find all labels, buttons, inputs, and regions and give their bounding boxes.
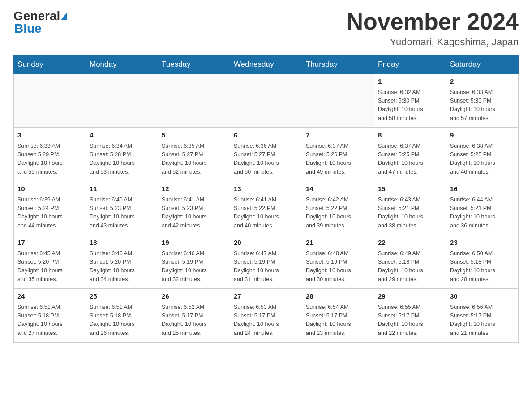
- month-title: November 2024: [347, 9, 519, 34]
- weekday-header-thursday: Thursday: [302, 56, 374, 74]
- calendar-cell: 2Sunrise: 6:33 AM Sunset: 5:30 PM Daylig…: [446, 74, 519, 128]
- day-info: Sunrise: 6:43 AM Sunset: 5:21 PM Dayligh…: [378, 196, 442, 231]
- day-info: Sunrise: 6:51 AM Sunset: 5:18 PM Dayligh…: [17, 303, 82, 338]
- day-number: 23: [450, 238, 515, 248]
- day-number: 16: [450, 184, 515, 194]
- calendar-cell: 26Sunrise: 6:52 AM Sunset: 5:17 PM Dayli…: [158, 289, 230, 342]
- calendar-cell: 4Sunrise: 6:34 AM Sunset: 5:28 PM Daylig…: [86, 128, 158, 181]
- day-info: Sunrise: 6:37 AM Sunset: 5:26 PM Dayligh…: [306, 142, 370, 177]
- day-info: Sunrise: 6:34 AM Sunset: 5:28 PM Dayligh…: [90, 142, 154, 177]
- calendar-cell: 17Sunrise: 6:45 AM Sunset: 5:20 PM Dayli…: [14, 235, 86, 289]
- calendar-cell: 25Sunrise: 6:51 AM Sunset: 5:18 PM Dayli…: [86, 289, 158, 342]
- day-number: 28: [306, 291, 370, 302]
- logo-area: General Blue: [13, 9, 68, 36]
- calendar-cell: 29Sunrise: 6:55 AM Sunset: 5:17 PM Dayli…: [374, 289, 446, 342]
- day-number: 20: [234, 238, 298, 248]
- day-info: Sunrise: 6:48 AM Sunset: 5:19 PM Dayligh…: [306, 249, 370, 284]
- calendar-cell: [86, 74, 158, 128]
- day-info: Sunrise: 6:35 AM Sunset: 5:27 PM Dayligh…: [162, 142, 226, 177]
- day-number: 17: [17, 238, 82, 248]
- calendar-header: SundayMondayTuesdayWednesdayThursdayFrid…: [14, 56, 519, 74]
- calendar-cell: 12Sunrise: 6:41 AM Sunset: 5:23 PM Dayli…: [158, 181, 230, 235]
- day-number: 7: [306, 130, 370, 141]
- calendar-cell: 19Sunrise: 6:46 AM Sunset: 5:19 PM Dayli…: [158, 235, 230, 289]
- day-number: 9: [450, 130, 515, 141]
- weekday-header-tuesday: Tuesday: [158, 56, 230, 74]
- weekday-header-wednesday: Wednesday: [230, 56, 302, 74]
- calendar-cell: 16Sunrise: 6:44 AM Sunset: 5:21 PM Dayli…: [446, 181, 519, 235]
- calendar-cell: 23Sunrise: 6:50 AM Sunset: 5:18 PM Dayli…: [446, 235, 519, 289]
- day-number: 13: [234, 184, 298, 194]
- calendar-cell: 15Sunrise: 6:43 AM Sunset: 5:21 PM Dayli…: [374, 181, 446, 235]
- calendar-cell: 5Sunrise: 6:35 AM Sunset: 5:27 PM Daylig…: [158, 128, 230, 181]
- calendar-cell: 22Sunrise: 6:49 AM Sunset: 5:18 PM Dayli…: [374, 235, 446, 289]
- calendar-cell: 13Sunrise: 6:41 AM Sunset: 5:22 PM Dayli…: [230, 181, 302, 235]
- calendar-cell: 3Sunrise: 6:33 AM Sunset: 5:29 PM Daylig…: [14, 128, 86, 181]
- day-info: Sunrise: 6:42 AM Sunset: 5:22 PM Dayligh…: [306, 196, 370, 231]
- day-number: 10: [17, 184, 82, 194]
- day-info: Sunrise: 6:44 AM Sunset: 5:21 PM Dayligh…: [450, 196, 515, 231]
- day-info: Sunrise: 6:50 AM Sunset: 5:18 PM Dayligh…: [450, 249, 515, 284]
- weekday-header-saturday: Saturday: [446, 56, 519, 74]
- calendar-table: SundayMondayTuesdayWednesdayThursdayFrid…: [13, 55, 519, 342]
- day-number: 29: [378, 291, 442, 302]
- calendar-week-row: 17Sunrise: 6:45 AM Sunset: 5:20 PM Dayli…: [14, 235, 519, 289]
- day-number: 5: [162, 130, 226, 141]
- calendar-week-row: 3Sunrise: 6:33 AM Sunset: 5:29 PM Daylig…: [14, 128, 519, 181]
- day-info: Sunrise: 6:51 AM Sunset: 5:18 PM Dayligh…: [90, 303, 154, 338]
- calendar-cell: 20Sunrise: 6:47 AM Sunset: 5:19 PM Dayli…: [230, 235, 302, 289]
- calendar-cell: [230, 74, 302, 128]
- calendar-cell: [158, 74, 230, 128]
- day-number: 4: [90, 130, 154, 141]
- day-info: Sunrise: 6:40 AM Sunset: 5:23 PM Dayligh…: [90, 196, 154, 231]
- page-header: General Blue November 2024 Yudomari, Kag…: [13, 9, 519, 48]
- logo-blue-text: Blue: [14, 21, 42, 35]
- title-area: November 2024 Yudomari, Kagoshima, Japan: [347, 9, 519, 48]
- day-info: Sunrise: 6:39 AM Sunset: 5:24 PM Dayligh…: [17, 196, 82, 231]
- calendar-cell: 6Sunrise: 6:36 AM Sunset: 5:27 PM Daylig…: [230, 128, 302, 181]
- calendar-cell: 28Sunrise: 6:54 AM Sunset: 5:17 PM Dayli…: [302, 289, 374, 342]
- calendar-cell: 8Sunrise: 6:37 AM Sunset: 5:25 PM Daylig…: [374, 128, 446, 181]
- day-number: 30: [450, 291, 515, 302]
- day-number: 26: [162, 291, 226, 302]
- location-text: Yudomari, Kagoshima, Japan: [347, 36, 519, 48]
- day-info: Sunrise: 6:47 AM Sunset: 5:19 PM Dayligh…: [234, 249, 298, 284]
- weekday-header-sunday: Sunday: [14, 56, 86, 74]
- day-info: Sunrise: 6:36 AM Sunset: 5:27 PM Dayligh…: [234, 142, 298, 177]
- calendar-cell: 7Sunrise: 6:37 AM Sunset: 5:26 PM Daylig…: [302, 128, 374, 181]
- calendar-cell: 14Sunrise: 6:42 AM Sunset: 5:22 PM Dayli…: [302, 181, 374, 235]
- day-number: 27: [234, 291, 298, 302]
- calendar-cell: 11Sunrise: 6:40 AM Sunset: 5:23 PM Dayli…: [86, 181, 158, 235]
- day-info: Sunrise: 6:33 AM Sunset: 5:29 PM Dayligh…: [17, 142, 82, 177]
- day-number: 12: [162, 184, 226, 194]
- day-number: 22: [378, 238, 442, 248]
- day-info: Sunrise: 6:41 AM Sunset: 5:22 PM Dayligh…: [234, 196, 298, 231]
- day-number: 24: [17, 291, 82, 302]
- day-info: Sunrise: 6:53 AM Sunset: 5:17 PM Dayligh…: [234, 303, 298, 338]
- day-number: 25: [90, 291, 154, 302]
- day-info: Sunrise: 6:54 AM Sunset: 5:17 PM Dayligh…: [306, 303, 370, 338]
- logo-triangle-icon: [61, 12, 67, 20]
- day-info: Sunrise: 6:45 AM Sunset: 5:20 PM Dayligh…: [17, 249, 82, 284]
- calendar-cell: 9Sunrise: 6:38 AM Sunset: 5:25 PM Daylig…: [446, 128, 519, 181]
- calendar-cell: 27Sunrise: 6:53 AM Sunset: 5:17 PM Dayli…: [230, 289, 302, 342]
- day-info: Sunrise: 6:49 AM Sunset: 5:18 PM Dayligh…: [378, 249, 442, 284]
- calendar-cell: 10Sunrise: 6:39 AM Sunset: 5:24 PM Dayli…: [14, 181, 86, 235]
- day-info: Sunrise: 6:41 AM Sunset: 5:23 PM Dayligh…: [162, 196, 226, 231]
- day-info: Sunrise: 6:32 AM Sunset: 5:30 PM Dayligh…: [378, 88, 442, 123]
- calendar-cell: [302, 74, 374, 128]
- day-number: 2: [450, 77, 515, 87]
- weekday-header-friday: Friday: [374, 56, 446, 74]
- weekday-header-monday: Monday: [86, 56, 158, 74]
- calendar-cell: 18Sunrise: 6:46 AM Sunset: 5:20 PM Dayli…: [86, 235, 158, 289]
- day-number: 19: [162, 238, 226, 248]
- day-info: Sunrise: 6:55 AM Sunset: 5:17 PM Dayligh…: [378, 303, 442, 338]
- day-number: 3: [17, 130, 82, 141]
- day-info: Sunrise: 6:37 AM Sunset: 5:25 PM Dayligh…: [378, 142, 442, 177]
- calendar-week-row: 1Sunrise: 6:32 AM Sunset: 5:30 PM Daylig…: [14, 74, 519, 128]
- day-number: 11: [90, 184, 154, 194]
- day-number: 18: [90, 238, 154, 248]
- day-info: Sunrise: 6:38 AM Sunset: 5:25 PM Dayligh…: [450, 142, 515, 177]
- calendar-body: 1Sunrise: 6:32 AM Sunset: 5:30 PM Daylig…: [14, 74, 519, 342]
- day-number: 1: [378, 77, 442, 87]
